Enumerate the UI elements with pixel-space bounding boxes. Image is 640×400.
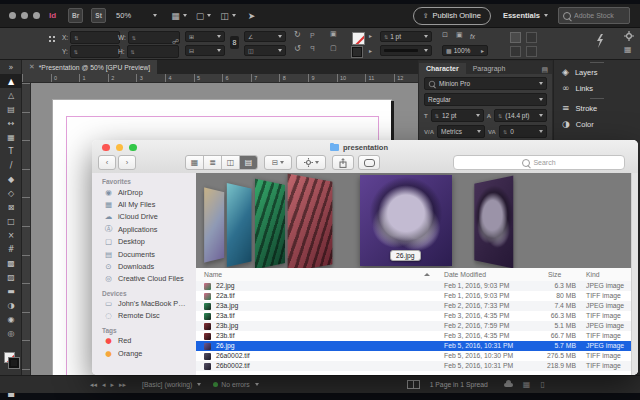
icon-view-button[interactable]: ▦ xyxy=(186,156,204,169)
fitting-icon[interactable]: ⊡ xyxy=(442,31,448,39)
share-button[interactable] xyxy=(332,155,354,170)
sidebar-item-applications[interactable]: ⒶApplications xyxy=(92,223,196,236)
tags-button[interactable] xyxy=(358,155,380,170)
bridge-button[interactable]: Br xyxy=(68,8,83,23)
view-options-chevron-icon[interactable] xyxy=(207,14,211,17)
rectangle-frame-tool-icon[interactable]: ⊠ xyxy=(0,200,22,214)
file-row[interactable]: 23b.jpgFeb 2, 2016, 7:59 PM5.1 MBJPEG im… xyxy=(196,321,638,331)
dock-grip[interactable] xyxy=(590,62,604,63)
file-row[interactable]: 23a.tifFeb 3, 2016, 4:35 PM66.3 MBTIFF i… xyxy=(196,311,638,321)
screen-mode-icon[interactable]: ▦ xyxy=(171,11,180,21)
file-row[interactable]: 23b.tifFeb 3, 2016, 4:35 PM66.7 MBTIFF i… xyxy=(196,331,638,341)
link-scale-icon[interactable]: 8 xyxy=(230,36,239,49)
align-center-button[interactable] xyxy=(526,32,537,43)
flip-horizontal-icon[interactable]: P xyxy=(310,32,315,39)
sidebar-item-orange[interactable]: ●Orange xyxy=(92,347,196,359)
stock-button[interactable]: St xyxy=(91,8,106,23)
file-row[interactable]: 26b0002.tifFeb 5, 2016, 10:31 PM218.9 MB… xyxy=(196,361,638,371)
height-field[interactable]: ⇅ xyxy=(127,45,179,58)
gradient-swatch-tool-icon[interactable]: ▩ xyxy=(0,256,22,270)
zoom-level-control[interactable]: 50% xyxy=(116,11,131,20)
leading-field[interactable]: ⇅(14.4 pt) xyxy=(494,109,547,122)
gradient-feather-tool-icon[interactable]: ▨ xyxy=(0,270,22,284)
new-page-icon[interactable]: ▦ xyxy=(523,380,531,389)
zoom-chevron-icon[interactable] xyxy=(153,14,157,17)
scrollbar[interactable] xyxy=(631,173,638,375)
close-tab-icon[interactable]: ✕ xyxy=(29,63,35,71)
free-transform-tool-icon[interactable]: # xyxy=(0,242,22,256)
type-tool-icon[interactable]: T xyxy=(0,144,22,158)
document-layout-icon[interactable]: ◫ xyxy=(220,11,229,21)
stroke-swatch-flyout-icon[interactable]: ▸ xyxy=(369,32,372,39)
first-page-icon[interactable]: ◂◂ xyxy=(90,381,97,389)
column-name[interactable]: Name xyxy=(204,271,222,278)
delete-page-icon[interactable]: ▯ xyxy=(540,380,544,389)
stroke-swatch[interactable] xyxy=(9,358,19,368)
pencil-tool-icon[interactable]: ◇ xyxy=(0,186,22,200)
column-kind[interactable]: Kind xyxy=(586,271,600,278)
panel-button-links[interactable]: ∞Links xyxy=(554,80,640,96)
dock-grip[interactable] xyxy=(590,98,604,99)
frame-fitting-icon[interactable]: ▣ xyxy=(456,31,463,39)
panel-menu-icon[interactable]: ▤ xyxy=(541,66,548,74)
file-row[interactable]: 26.jpgFeb 5, 2016, 10:31 PM5.7 MBJPEG im… xyxy=(196,341,638,351)
sidebar-item-desktop[interactable]: ▢Desktop xyxy=(92,236,196,248)
action-button[interactable] xyxy=(296,155,326,170)
view-options-icon[interactable]: ▢ xyxy=(196,11,205,21)
sidebar-item-remote-disc[interactable]: ◌Remote Disc xyxy=(92,310,196,322)
thumb-26-right[interactable] xyxy=(474,176,513,268)
selection-tool-icon[interactable]: ▲ xyxy=(0,74,22,88)
list-view-button[interactable]: ≣ xyxy=(204,156,222,169)
constrain-dimensions-icon[interactable]: ☍ xyxy=(172,38,179,46)
rotate-90-cw-icon[interactable]: ↻ xyxy=(294,30,301,39)
sort-ascending-icon[interactable] xyxy=(424,273,430,276)
column-view-button[interactable]: ◫ xyxy=(222,156,240,169)
last-page-icon[interactable]: ▸▸ xyxy=(119,381,126,389)
font-style-field[interactable]: Regular xyxy=(424,93,547,106)
close-button[interactable] xyxy=(9,12,16,19)
y-position-field[interactable]: ⇅ xyxy=(70,45,120,58)
align-left-button[interactable] xyxy=(510,32,521,43)
window-controls[interactable] xyxy=(9,12,45,19)
column-size[interactable]: Size xyxy=(548,271,561,278)
file-row[interactable]: 23a.jpgFeb 2, 2016, 7:33 PM7.4 MBJPEG im… xyxy=(196,301,638,311)
layout-chevron-icon[interactable] xyxy=(232,14,236,17)
fill-color-swatch[interactable] xyxy=(352,47,362,57)
thumb-green-waves[interactable] xyxy=(255,179,285,268)
panel-button-stroke[interactable]: ≡Stroke xyxy=(554,100,640,116)
select-content-icon[interactable]: ▢ xyxy=(330,44,337,52)
thumb-abstract-2[interactable] xyxy=(227,183,252,267)
tab-paragraph[interactable]: Paragraph xyxy=(466,63,513,74)
reference-point-proxy-icon[interactable] xyxy=(48,35,57,44)
sidebar-item-icloud-drive[interactable]: ☁iCloud Drive xyxy=(92,210,196,222)
rotate-90-ccw-icon[interactable]: ↺ xyxy=(294,44,301,53)
x-position-field[interactable]: ⇅ xyxy=(70,31,120,44)
sidebar-item-all-my-files[interactable]: ▦All My Files xyxy=(92,198,196,210)
panel-grid-icon[interactable]: ▦ xyxy=(624,45,632,54)
gear-icon[interactable] xyxy=(624,31,634,41)
adobe-stock-search[interactable]: Adobe Stock xyxy=(558,7,630,24)
sidebar-item-red[interactable]: ●Red xyxy=(92,335,196,347)
distribute-button[interactable] xyxy=(510,46,521,57)
scale-x-field[interactable]: ⊞ xyxy=(185,31,225,42)
color-theme-tool-icon[interactable]: ◑ xyxy=(0,298,22,312)
tracking-field[interactable]: ⇅0 xyxy=(499,125,547,138)
minimize-button[interactable] xyxy=(21,12,28,19)
pen-tool-icon[interactable]: ◆ xyxy=(0,172,22,186)
font-family-field[interactable]: Minion Pro xyxy=(424,77,547,90)
sidebar-item-creative-cloud-files[interactable]: ◎Creative Cloud Files xyxy=(92,272,196,284)
workspace-chevron-icon[interactable] xyxy=(544,14,548,17)
kerning-field[interactable]: Metrics xyxy=(437,125,485,138)
select-container-icon[interactable]: ▣ xyxy=(330,30,337,38)
sidebar-item-john-s-macbook-p-[interactable]: ▭John's MacBook P… xyxy=(92,298,196,310)
page-navigation[interactable]: ◂◂◂▸▸▸ xyxy=(90,381,128,389)
distribute-v-button[interactable] xyxy=(526,46,537,57)
opacity-field[interactable]: ▩100% ▸ xyxy=(442,45,488,56)
next-page-icon[interactable]: ▸ xyxy=(111,381,115,389)
prev-page-icon[interactable]: ◂ xyxy=(102,381,106,389)
panel-button-color[interactable]: ◑Color xyxy=(554,116,640,132)
publish-online-button[interactable]: ⇪ Publish Online xyxy=(413,7,491,25)
workspace-switcher[interactable]: Essentials xyxy=(503,11,540,20)
preflight-chevron-icon[interactable] xyxy=(197,383,201,386)
thumb-red-waves[interactable] xyxy=(288,174,333,268)
